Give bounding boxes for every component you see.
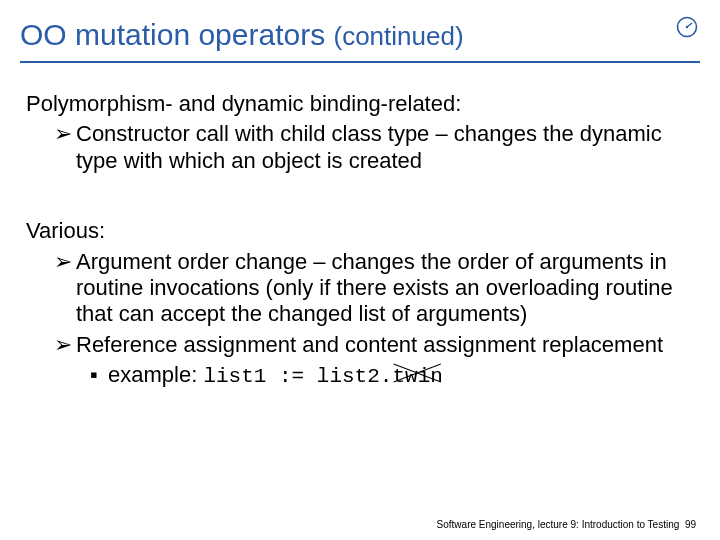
footer-text: Software Engineering, lecture 9: Introdu… [437, 519, 680, 530]
sub-bullet-content: example: list1 := list2.twin [108, 362, 694, 389]
list-item: ➢ Constructor call with child class type… [26, 121, 694, 174]
svg-line-2 [687, 23, 692, 27]
sub-list-item: ▪ example: list1 := list2.twin [26, 362, 694, 389]
section-heading: Polymorphism- and dynamic binding-relate… [26, 91, 694, 117]
slide-logo [676, 16, 698, 38]
bullet-text: Argument order change – changes the orde… [76, 249, 694, 328]
title-main: OO mutation operators [20, 18, 333, 51]
slide-body: Polymorphism- and dynamic binding-relate… [20, 91, 700, 389]
title-rule [20, 61, 700, 63]
title-continued: (continued) [333, 21, 463, 51]
bullet-mark-icon: ➢ [54, 121, 76, 174]
slide-title: OO mutation operators (continued) [20, 18, 700, 61]
bullet-mark-icon: ➢ [54, 332, 76, 358]
slide-footer: Software Engineering, lecture 9: Introdu… [437, 519, 696, 530]
struck-code: twin [392, 362, 442, 389]
page-number: 99 [685, 519, 696, 530]
clock-icon [676, 16, 698, 38]
bullet-text: Reference assignment and content assignm… [76, 332, 694, 358]
section-gap [26, 178, 694, 212]
code-struck: twin [392, 365, 442, 388]
subbullet-mark-icon: ▪ [90, 362, 108, 389]
bullet-mark-icon: ➢ [54, 249, 76, 328]
list-item: ➢ Reference assignment and content assig… [26, 332, 694, 358]
code-plain: list1 := list2. [203, 365, 392, 388]
list-item: ➢ Argument order change – changes the or… [26, 249, 694, 328]
section-heading: Various: [26, 218, 694, 244]
example-label: example: [108, 362, 203, 387]
bullet-text: Constructor call with child class type –… [76, 121, 694, 174]
slide: OO mutation operators (continued) Polymo… [0, 0, 720, 540]
